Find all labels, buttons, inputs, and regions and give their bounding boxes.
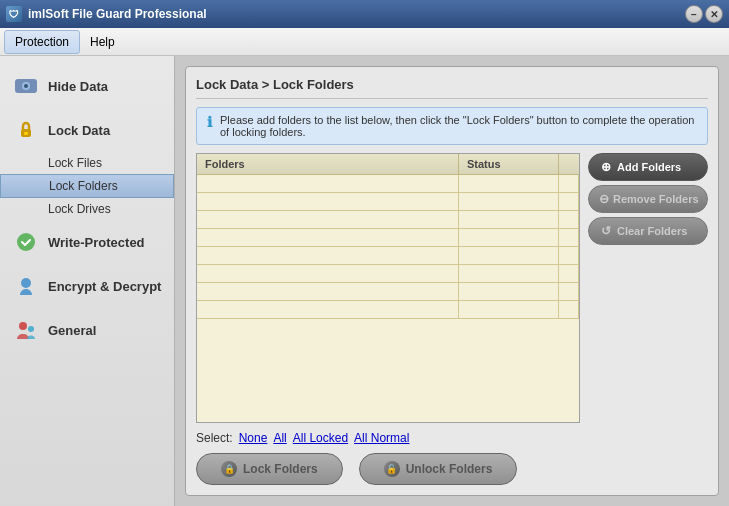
table-cell-status xyxy=(459,229,559,246)
menu-bar: Protection Help xyxy=(0,28,729,56)
unlock-folders-button[interactable]: 🔓 Unlock Folders xyxy=(359,453,518,485)
info-bar: ℹ Please add folders to the list below, … xyxy=(196,107,708,145)
minimize-button[interactable]: − xyxy=(685,5,703,23)
table-cell-extra xyxy=(559,193,579,210)
table-cell-extra xyxy=(559,301,579,318)
info-icon: ℹ xyxy=(207,114,212,130)
select-row: Select: None All All Locked All Normal xyxy=(196,431,708,445)
table-section: Folders Status xyxy=(196,153,708,423)
encrypt-decrypt-icon xyxy=(12,272,40,300)
table-row xyxy=(197,283,579,301)
folders-table: Folders Status xyxy=(196,153,580,423)
table-row xyxy=(197,193,579,211)
svg-point-2 xyxy=(24,84,28,88)
svg-point-7 xyxy=(19,322,27,330)
unlock-btn-icon: 🔓 xyxy=(384,461,400,477)
write-protected-label: Write-Protected xyxy=(48,235,145,250)
general-icon xyxy=(12,316,40,344)
breadcrumb: Lock Data > Lock Folders xyxy=(196,77,708,99)
table-cell-status xyxy=(459,175,559,192)
clear-icon: ↺ xyxy=(599,224,613,238)
table-cell-status xyxy=(459,211,559,228)
table-cell-extra xyxy=(559,247,579,264)
sidebar-item-hide-data[interactable]: Hide Data xyxy=(0,64,174,108)
table-cell-extra xyxy=(559,283,579,300)
col-header-extra xyxy=(559,154,579,174)
table-cell-status xyxy=(459,193,559,210)
table-row xyxy=(197,175,579,193)
lock-data-label: Lock Data xyxy=(48,123,110,138)
remove-folders-button[interactable]: ⊖ Remove Folders xyxy=(588,185,708,213)
table-cell-status xyxy=(459,283,559,300)
select-all-link[interactable]: All xyxy=(273,431,286,445)
sidebar-item-write-protected[interactable]: Write-Protected xyxy=(0,220,174,264)
clear-folders-button[interactable]: ↺ Clear Folders xyxy=(588,217,708,245)
hide-data-label: Hide Data xyxy=(48,79,108,94)
title-bar: 🛡 imlSoft File Guard Professional − ✕ xyxy=(0,0,729,28)
table-row xyxy=(197,247,579,265)
close-button[interactable]: ✕ xyxy=(705,5,723,23)
table-cell-folder xyxy=(197,247,459,264)
col-header-folders: Folders xyxy=(197,154,459,174)
table-row xyxy=(197,229,579,247)
select-label: Select: xyxy=(196,431,233,445)
table-cell-status xyxy=(459,301,559,318)
sidebar-item-lock-drives[interactable]: Lock Drives xyxy=(0,198,174,220)
table-row xyxy=(197,211,579,229)
table-cell-extra xyxy=(559,229,579,246)
bottom-buttons: 🔒 Lock Folders 🔓 Unlock Folders xyxy=(196,453,708,485)
unlock-folders-btn-label: Unlock Folders xyxy=(406,462,493,476)
add-folders-label: Add Folders xyxy=(617,161,681,173)
title-controls[interactable]: − ✕ xyxy=(685,5,723,23)
window-title: imlSoft File Guard Professional xyxy=(28,7,207,21)
clear-folders-label: Clear Folders xyxy=(617,225,687,237)
encrypt-decrypt-label: Encrypt & Decrypt xyxy=(48,279,161,294)
table-row xyxy=(197,301,579,319)
table-cell-status xyxy=(459,247,559,264)
content-inner: Lock Data > Lock Folders ℹ Please add fo… xyxy=(185,66,719,496)
table-cell-folder xyxy=(197,301,459,318)
table-cell-status xyxy=(459,265,559,282)
table-cell-extra xyxy=(559,175,579,192)
lock-folders-btn-label: Lock Folders xyxy=(243,462,318,476)
content-area: Lock Data > Lock Folders ℹ Please add fo… xyxy=(175,56,729,506)
menu-help[interactable]: Help xyxy=(80,31,125,53)
action-buttons: ⊕ Add Folders ⊖ Remove Folders ↺ Clear F… xyxy=(588,153,708,423)
table-cell-folder xyxy=(197,283,459,300)
info-text: Please add folders to the list below, th… xyxy=(220,114,697,138)
select-all-normal-link[interactable]: All Normal xyxy=(354,431,409,445)
svg-point-8 xyxy=(28,326,34,332)
general-label: General xyxy=(48,323,96,338)
add-icon: ⊕ xyxy=(599,160,613,174)
table-cell-folder xyxy=(197,175,459,192)
sidebar-item-lock-data[interactable]: Lock Data xyxy=(0,108,174,152)
svg-rect-4 xyxy=(24,132,28,135)
add-folders-button[interactable]: ⊕ Add Folders xyxy=(588,153,708,181)
sidebar-item-lock-folders[interactable]: Lock Folders xyxy=(0,174,174,198)
remove-folders-label: Remove Folders xyxy=(613,193,699,205)
col-header-status: Status xyxy=(459,154,559,174)
table-row xyxy=(197,265,579,283)
table-cell-folder xyxy=(197,211,459,228)
select-none-link[interactable]: None xyxy=(239,431,268,445)
table-header: Folders Status xyxy=(197,154,579,175)
table-cell-folder xyxy=(197,265,459,282)
main-container: Hide Data Lock Data Lock Files Lock Fold… xyxy=(0,56,729,506)
menu-protection[interactable]: Protection xyxy=(4,30,80,54)
sidebar: Hide Data Lock Data Lock Files Lock Fold… xyxy=(0,56,175,506)
sidebar-item-lock-files[interactable]: Lock Files xyxy=(0,152,174,174)
lock-data-icon xyxy=(12,116,40,144)
table-cell-extra xyxy=(559,265,579,282)
title-bar-left: 🛡 imlSoft File Guard Professional xyxy=(6,6,207,22)
sidebar-item-encrypt-decrypt[interactable]: Encrypt & Decrypt xyxy=(0,264,174,308)
lock-btn-icon: 🔒 xyxy=(221,461,237,477)
sidebar-item-general[interactable]: General xyxy=(0,308,174,352)
app-icon: 🛡 xyxy=(6,6,22,22)
table-body xyxy=(197,175,579,417)
hide-data-icon xyxy=(12,72,40,100)
table-cell-folder xyxy=(197,193,459,210)
lock-folders-button[interactable]: 🔒 Lock Folders xyxy=(196,453,343,485)
select-all-locked-link[interactable]: All Locked xyxy=(293,431,348,445)
svg-point-6 xyxy=(21,278,31,288)
write-protected-icon xyxy=(12,228,40,256)
